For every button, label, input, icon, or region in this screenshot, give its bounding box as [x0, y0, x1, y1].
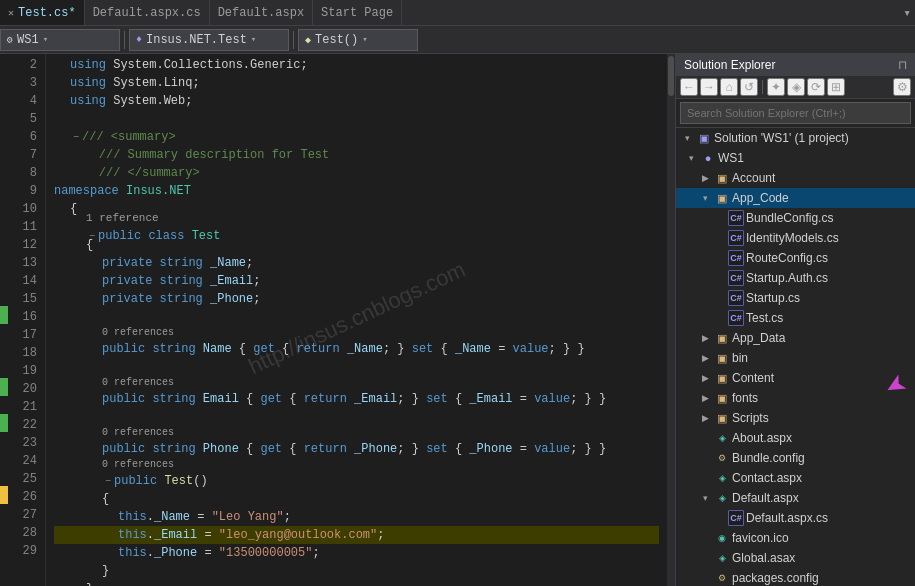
se-label-bundleconfig: BundleConfig.cs — [746, 211, 833, 225]
method-label: Test() — [315, 33, 358, 47]
solution-explorer-panel: Solution Explorer ⊓ ← → ⌂ ↺ ✦ ◈ ⟳ ⊞ ⚙ ▾ … — [675, 54, 915, 586]
se-label-startup: Startup.cs — [746, 291, 800, 305]
se-forward-btn[interactable]: → — [700, 78, 718, 96]
tab-overflow-btn[interactable]: ▾ — [899, 0, 915, 25]
se-pin-icon[interactable]: ⊓ — [898, 58, 907, 72]
se-item-defaultaspx[interactable]: ▾ ◈ Default.aspx — [676, 488, 915, 508]
code-line-11: 1 reference−public class Test — [54, 218, 659, 236]
se-item-bin[interactable]: ▶ ▣ bin — [676, 348, 915, 368]
se-collapse-btn[interactable]: ⊞ — [827, 78, 845, 96]
se-item-appcode[interactable]: ▾ ▣ App_Code — [676, 188, 915, 208]
code-line-21: public string Phone { get { return _Phon… — [54, 440, 659, 458]
editor-scrollbar[interactable] — [667, 54, 675, 586]
se-item-favicon[interactable]: ◉ favicon.ico — [676, 528, 915, 548]
se-refresh-btn[interactable]: ⟳ — [807, 78, 825, 96]
tab-bar: ✕ Test.cs* Default.aspx.cs Default.aspx … — [0, 0, 915, 26]
se-label-testcs: Test.cs — [746, 311, 783, 325]
se-item-contactaspx[interactable]: ◈ Contact.aspx — [676, 468, 915, 488]
se-label-account: Account — [732, 171, 775, 185]
se-titlebar: Solution Explorer ⊓ — [676, 54, 915, 76]
se-item-content[interactable]: ▶ ▣ Content — [676, 368, 915, 388]
se-label-packagesconfig: packages.config — [732, 571, 819, 585]
se-item-packagesconfig[interactable]: ⚙ packages.config — [676, 568, 915, 586]
se-item-fonts[interactable]: ▶ ▣ fonts — [676, 388, 915, 408]
code-line-8: /// </summary> — [54, 164, 659, 182]
se-item-scripts[interactable]: ▶ ▣ Scripts — [676, 408, 915, 428]
se-item-bundleconfig[interactable]: C# BundleConfig.cs — [676, 208, 915, 228]
se-item-identitymodels[interactable]: C# IdentityModels.cs — [676, 228, 915, 248]
se-back-btn[interactable]: ← — [680, 78, 698, 96]
se-new-solution-btn[interactable]: ✦ — [767, 78, 785, 96]
se-search-input[interactable] — [680, 102, 911, 124]
se-item-aboutaspx[interactable]: ◈ About.aspx — [676, 428, 915, 448]
se-home-btn[interactable]: ⌂ — [720, 78, 738, 96]
code-line-16 — [54, 308, 659, 326]
tab-defaultaspxcs[interactable]: Default.aspx.cs — [85, 0, 210, 25]
code-line-26: this._Phone = "13500000005"; — [54, 544, 659, 562]
se-search-row — [676, 99, 915, 128]
code-line-27: } — [54, 562, 659, 580]
se-label-defaultaspxcs: Default.aspx.cs — [746, 511, 828, 525]
se-properties-btn[interactable]: ⚙ — [893, 78, 911, 96]
tab-label-defaultaspx: Default.aspx — [218, 6, 304, 20]
se-label-ws1: WS1 — [718, 151, 744, 165]
se-label-scripts: Scripts — [732, 411, 769, 425]
scroll-thumb[interactable] — [668, 56, 674, 96]
project-label: WS1 — [17, 33, 39, 47]
toolbar-row: ⚙ WS1 ▾ ♦ Insus.NET.Test ▾ ◆ Test() ▾ — [0, 26, 915, 54]
code-line-28: } — [54, 580, 659, 586]
code-line-5 — [54, 110, 659, 128]
se-tree: ▾ ▣ Solution 'WS1' (1 project) ▾ ● WS1 ▶… — [676, 128, 915, 586]
tab-testcs[interactable]: ✕ Test.cs* — [0, 0, 85, 25]
se-item-appdata[interactable]: ▶ ▣ App_Data — [676, 328, 915, 348]
se-label-defaultaspx: Default.aspx — [732, 491, 799, 505]
se-item-bundleconfig2[interactable]: ⚙ Bundle.config — [676, 448, 915, 468]
se-item-routeconfig[interactable]: C# RouteConfig.cs — [676, 248, 915, 268]
se-show-all-btn[interactable]: ◈ — [787, 78, 805, 96]
se-item-account[interactable]: ▶ ▣ Account — [676, 168, 915, 188]
se-item-testcs[interactable]: C# Test.cs — [676, 308, 915, 328]
tab-defaultaspx[interactable]: Default.aspx — [210, 0, 313, 25]
code-line-18 — [54, 358, 659, 376]
code-line-20 — [54, 408, 659, 426]
se-label-solution: Solution 'WS1' (1 project) — [714, 131, 849, 145]
se-label-aboutaspx: About.aspx — [732, 431, 792, 445]
line-numbers: 23456 7891011 1213141516 1718192021 2223… — [8, 54, 46, 586]
tab-startpage[interactable]: Start Page — [313, 0, 402, 25]
se-item-startupauth[interactable]: C# Startup.Auth.cs — [676, 268, 915, 288]
namespace-label: Insus.NET.Test — [146, 33, 247, 47]
code-line-15: private string _Phone; — [54, 290, 659, 308]
code-line-13: private string _Name; — [54, 254, 659, 272]
method-dropdown[interactable]: ◆ Test() ▾ — [298, 29, 418, 51]
namespace-dropdown[interactable]: ♦ Insus.NET.Test ▾ — [129, 29, 289, 51]
se-label-content: Content — [732, 371, 774, 385]
code-lines[interactable]: http://insus.cnblogs.com using System.Co… — [46, 54, 667, 586]
code-line-9: namespace Insus.NET — [54, 182, 659, 200]
code-line-21-ref: 0 references — [54, 426, 659, 440]
se-item-globalasax[interactable]: ◈ Global.asax — [676, 548, 915, 568]
code-line-22-ref: 0 references — [54, 458, 659, 472]
se-item-startup[interactable]: C# Startup.cs — [676, 288, 915, 308]
se-item-ws1[interactable]: ▾ ● WS1 — [676, 148, 915, 168]
code-content: 23456 7891011 1213141516 1718192021 2223… — [0, 54, 675, 586]
se-label-routeconfig: RouteConfig.cs — [746, 251, 828, 265]
se-item-solution[interactable]: ▾ ▣ Solution 'WS1' (1 project) — [676, 128, 915, 148]
tab-label-testcs: Test.cs* — [18, 6, 76, 20]
code-line-3: using System.Linq; — [54, 74, 659, 92]
se-item-defaultaspxcs[interactable]: C# Default.aspx.cs — [676, 508, 915, 528]
code-line-6: −/// <summary> — [54, 128, 659, 146]
tab-label-startpage: Start Page — [321, 6, 393, 20]
code-line-17: public string Name { get { return _Name;… — [54, 340, 659, 358]
project-dropdown[interactable]: ⚙ WS1 ▾ — [0, 29, 120, 51]
se-toolbar: ← → ⌂ ↺ ✦ ◈ ⟳ ⊞ ⚙ — [676, 76, 915, 99]
main-area: 23456 7891011 1213141516 1718192021 2223… — [0, 54, 915, 586]
se-sync-btn[interactable]: ↺ — [740, 78, 758, 96]
se-label-appcode: App_Code — [732, 191, 789, 205]
code-line-7: /// Summary description for Test — [54, 146, 659, 164]
code-line-19-ref: 0 references — [54, 376, 659, 390]
se-label-appdata: App_Data — [732, 331, 785, 345]
code-line-22: −public Test() — [54, 472, 659, 490]
code-line-17-ref: 0 references — [54, 326, 659, 340]
tab-label-defaultaspxcs: Default.aspx.cs — [93, 6, 201, 20]
code-line-25: this._Email = "leo_yang@outlook.com"; — [54, 526, 659, 544]
